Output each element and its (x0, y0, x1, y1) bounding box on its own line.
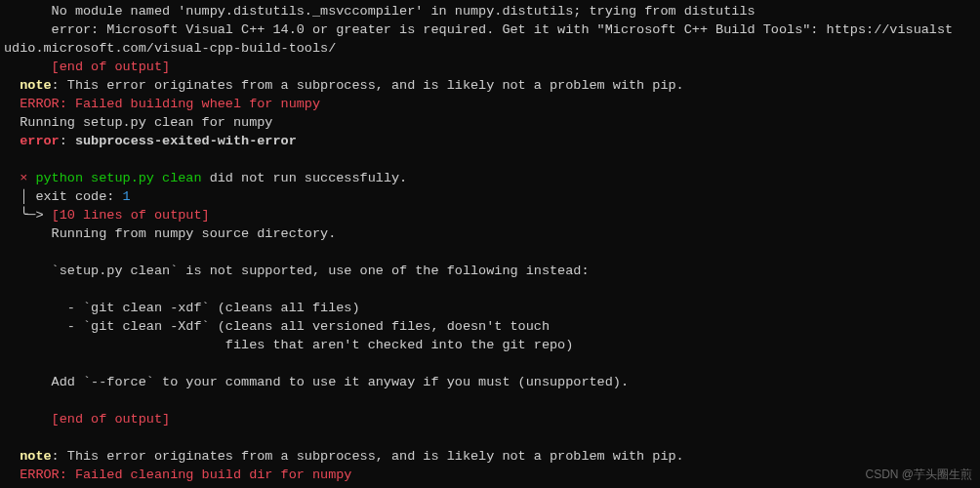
output-line: error: Microsoft Visual C++ 14.0 or grea… (0, 20, 980, 39)
exit-code-value: 1 (123, 189, 131, 204)
error-label: error (4, 134, 60, 148)
note-label: note (4, 78, 52, 93)
output-line: files that aren't checked into the git r… (0, 336, 980, 354)
error-line: error: subprocess-exited-with-error (0, 132, 980, 150)
note-line: note: This error originates from a subpr… (0, 447, 980, 466)
note-label: note (4, 449, 52, 464)
error-line: ERROR: Failed building wheel for numpy (0, 95, 980, 113)
output-line: - `git clean -xdf` (cleans all files) (0, 299, 980, 317)
subprocess-fail-line: × python setup.py clean did not run succ… (0, 169, 980, 187)
output-line: udio.microsoft.com/visual-cpp-build-tool… (0, 39, 980, 58)
note-text: : This error originates from a subproces… (52, 78, 684, 93)
tree-corner: ╰─> (4, 208, 52, 223)
output-line: - `git clean -Xdf` (cleans all versioned… (0, 317, 980, 336)
note-text: : This error originates from a subproces… (52, 449, 684, 464)
note-line: note: This error originates from a subpr… (0, 76, 980, 95)
blank-line (0, 280, 980, 299)
output-line: Failed to build numpy (0, 484, 980, 488)
fail-text: did not run successfully. (202, 171, 408, 185)
blank-line (0, 150, 980, 169)
error-line: ERROR: Failed cleaning build dir for num… (0, 466, 980, 484)
csdn-watermark: CSDN @芋头圈生煎 (865, 466, 972, 484)
tree-pipe: │ (4, 189, 35, 204)
blank-line (0, 243, 980, 262)
blank-line (0, 391, 980, 410)
end-of-output-marker: [end of output] (0, 58, 980, 76)
exit-code-label: exit code: (35, 189, 122, 204)
output-line: Running from numpy source directory. (0, 224, 980, 243)
blank-line (0, 354, 980, 373)
output-line: Add `--force` to your command to use it … (0, 373, 980, 391)
output-count: [10 lines of output] (52, 208, 210, 223)
end-of-output-marker: [end of output] (0, 410, 980, 428)
output-line: No module named 'numpy.distutils._msvcco… (0, 2, 980, 20)
output-header-line: ╰─> [10 lines of output] (0, 206, 980, 224)
output-line: `setup.py clean` is not supported, use o… (0, 262, 980, 280)
command-text: python setup.py clean (27, 171, 201, 185)
exit-code-line: │ exit code: 1 (0, 187, 980, 206)
output-line: Running setup.py clean for numpy (0, 113, 980, 132)
terminal-output: No module named 'numpy.distutils._msvcco… (0, 2, 980, 488)
colon: : (60, 134, 75, 148)
blank-line (0, 428, 980, 447)
error-code: subprocess-exited-with-error (75, 134, 297, 148)
